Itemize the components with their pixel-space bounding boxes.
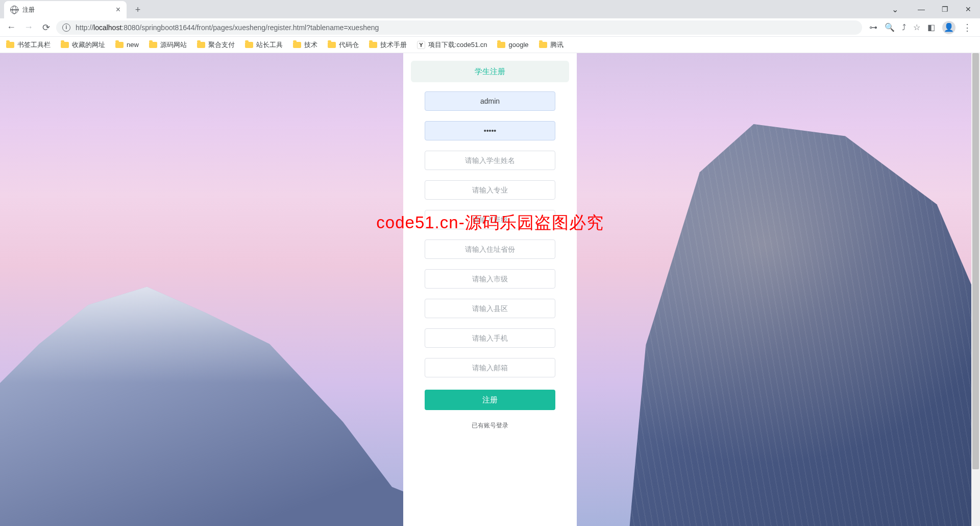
tab-dropdown-icon[interactable]: ⌄ [883,0,906,18]
url-bar[interactable]: i http://localhost:8080/springboot81644/… [56,20,862,35]
folder-icon [115,42,124,48]
folder-icon [197,42,205,48]
tab-title: 注册 [22,6,35,14]
bookmark-item[interactable]: 代码仓 [328,40,359,50]
folder-icon [497,42,505,48]
toolbar-right-icons: ⊶ 🔍 ⤴ ☆ ◧ 👤 ⋮ [865,21,976,34]
class-input[interactable] [425,210,555,229]
folder-icon [369,42,377,48]
folder-icon [6,42,14,48]
register-card: 学生注册 注册 已有账号登录 [403,53,577,526]
bookmark-item[interactable]: new [115,41,139,49]
menu-dots-icon[interactable]: ⋮ [963,22,972,33]
folder-icon [149,42,157,48]
maximize-button[interactable]: ❐ [933,0,957,18]
new-tab-button[interactable]: + [131,3,145,17]
folder-icon [539,42,547,48]
folder-icon [245,42,253,48]
bookmark-label: new [127,41,139,49]
bookmark-item[interactable]: 腾讯 [539,40,564,50]
password-key-icon[interactable]: ⊶ [869,22,877,32]
register-button[interactable]: 注册 [425,390,555,410]
email-input[interactable] [425,358,555,377]
bookmark-star-icon[interactable]: ☆ [913,22,920,32]
bookmark-label: 站长工具 [256,40,283,50]
share-icon[interactable]: ⤴ [902,23,906,32]
login-link[interactable]: 已有账号登录 [425,421,555,430]
bookmarks-bar: 书签工具栏收藏的网址new源码网站聚合支付站长工具技术代码仓技术手册Y项目下载:… [0,37,980,53]
form-title: 学生注册 [411,61,569,82]
bookmark-item[interactable]: Y项目下载:code51.cn [417,40,487,50]
bookmark-item[interactable]: 聚合支付 [197,40,235,50]
major-input[interactable] [425,180,555,200]
scrollbar-track[interactable] [971,53,980,526]
bookmark-label: 聚合支付 [208,40,235,50]
address-bar-row: ← → ⟳ i http://localhost:8080/springboot… [0,18,980,37]
bookmark-label: 代码仓 [339,40,359,50]
bookmark-item[interactable]: 源码网站 [149,40,187,50]
password-input[interactable] [425,121,555,140]
site-icon: Y [417,41,425,49]
bookmark-label: 技术 [304,40,317,50]
folder-icon [293,42,301,48]
username-input[interactable] [425,91,555,111]
folder-icon [328,42,336,48]
zoom-icon[interactable]: 🔍 [885,22,895,32]
window-controls: ⌄ — ❐ ✕ [883,0,980,18]
phone-input[interactable] [425,328,555,348]
district-input[interactable] [425,299,555,318]
close-tab-icon[interactable]: × [116,5,120,14]
bookmark-label: 技术手册 [380,40,407,50]
page-content: 学生注册 注册 已有账号登录 code51.cn-源码乐园盗图必究 [0,53,980,526]
back-button[interactable]: ← [4,20,18,35]
browser-tab[interactable]: 注册 × [4,1,127,18]
scrollbar-thumb[interactable] [972,53,979,469]
bookmark-item[interactable]: 收藏的网址 [61,40,105,50]
student-name-input[interactable] [425,151,555,170]
bookmark-label: 收藏的网址 [72,40,105,50]
url-text: http://localhost:8080/springboot81644/fr… [76,23,379,32]
bookmark-item[interactable]: 站长工具 [245,40,283,50]
site-info-icon[interactable]: i [62,23,70,32]
bookmark-label: 腾讯 [550,40,564,50]
bookmark-label: google [508,41,528,49]
folder-icon [61,42,69,48]
bookmark-item[interactable]: google [497,41,528,49]
bookmark-item[interactable]: 技术 [293,40,317,50]
tab-bar: 注册 × + ⌄ — ❐ ✕ [0,0,980,18]
bookmark-item[interactable]: 技术手册 [369,40,407,50]
forward-button[interactable]: → [21,20,36,35]
reload-button[interactable]: ⟳ [39,20,53,35]
minimize-button[interactable]: — [910,0,933,18]
province-input[interactable] [425,240,555,259]
bookmark-label: 书签工具栏 [17,40,51,50]
city-input[interactable] [425,269,555,289]
close-window-button[interactable]: ✕ [957,0,980,18]
bookmark-item[interactable]: 书签工具栏 [6,40,51,50]
bookmark-label: 项目下载:code51.cn [428,40,487,50]
profile-avatar-icon[interactable]: 👤 [942,21,955,34]
globe-icon [10,6,18,14]
bookmark-label: 源码网站 [160,40,187,50]
sidepanel-icon[interactable]: ◧ [927,22,935,32]
